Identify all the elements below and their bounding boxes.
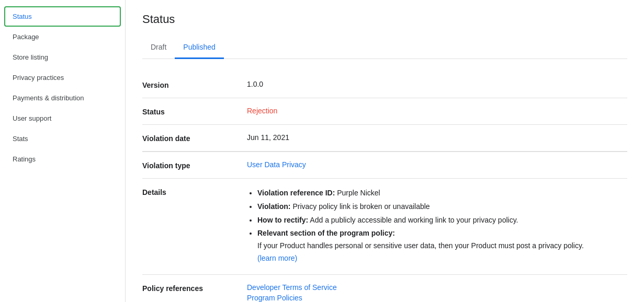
details-bullet-0: Violation reference ID: Purple Nickel [257, 187, 627, 200]
details-list: Violation reference ID: Purple Nickel Vi… [247, 187, 627, 265]
learn-more-link[interactable]: (learn more) [257, 254, 297, 262]
details-value: Violation reference ID: Purple Nickel Vi… [247, 187, 627, 266]
details-bullet-2: How to rectify: Add a publicly accessibl… [257, 214, 627, 227]
sidebar-item-stats[interactable]: Stats [0, 129, 121, 149]
sidebar-item-payments-distribution[interactable]: Payments & distribution [0, 88, 121, 108]
tab-published[interactable]: Published [175, 37, 224, 59]
sidebar-item-user-support[interactable]: User support [0, 108, 121, 129]
main-content: Status Draft Published Version 1.0.0 Sta… [126, 0, 644, 302]
bullet-prefix-1: Violation: Privacy policy link is broken… [257, 202, 430, 211]
bullet-prefix-3: Relevant section of the program policy: [257, 229, 395, 237]
content-area: Version 1.0.0 Status Rejection Violation… [142, 59, 627, 302]
sidebar-item-store-listing[interactable]: Store listing [0, 47, 121, 67]
sidebar-item-privacy-practices[interactable]: Privacy practices [0, 67, 121, 88]
details-label: Details [142, 187, 247, 196]
violation-date-value: Jun 11, 2021 [247, 133, 627, 142]
policy-links-container: Developer Terms of Service Program Polic… [247, 283, 627, 302]
page-title: Status [142, 13, 627, 26]
details-bullet-1: Violation: Privacy policy link is broken… [257, 201, 627, 213]
violation-date-label: Violation date [142, 133, 247, 143]
sidebar-item-package[interactable]: Package [0, 27, 121, 47]
violation-date-row: Violation date Jun 11, 2021 [142, 125, 627, 152]
violation-type-row: Violation type User Data Privacy [142, 152, 627, 179]
details-bullet-3: Relevant section of the program policy: … [257, 227, 627, 264]
policy-link-0[interactable]: Developer Terms of Service [247, 283, 627, 292]
policy-link-1[interactable]: Program Policies [247, 294, 627, 302]
tab-draft[interactable]: Draft [142, 37, 175, 59]
bullet-prefix-0: Violation reference ID: Purple Nickel [257, 189, 380, 197]
sidebar: Status Package Store listing Privacy pra… [0, 0, 126, 302]
version-row: Version 1.0.0 [142, 72, 627, 98]
policy-references-value: Developer Terms of Service Program Polic… [247, 283, 627, 302]
status-value: Rejection [247, 107, 627, 115]
sidebar-item-ratings[interactable]: Ratings [0, 149, 121, 169]
sidebar-item-status[interactable]: Status [4, 6, 121, 27]
policy-references-row: Policy references Developer Terms of Ser… [142, 275, 627, 302]
policy-references-label: Policy references [142, 283, 247, 293]
details-row: Details Violation reference ID: Purple N… [142, 179, 627, 275]
version-value: 1.0.0 [247, 80, 627, 88]
violation-type-value[interactable]: User Data Privacy [247, 160, 627, 169]
status-label: Status [142, 107, 247, 116]
violation-type-label: Violation type [142, 160, 247, 170]
bullet-prefix-2: How to rectify: Add a publicly accessibl… [257, 216, 518, 224]
bullet-extra-text-3: If your Product handles personal or sens… [257, 241, 584, 250]
status-row: Status Rejection [142, 98, 627, 125]
version-label: Version [142, 80, 247, 89]
tabs-bar: Draft Published [142, 37, 627, 59]
